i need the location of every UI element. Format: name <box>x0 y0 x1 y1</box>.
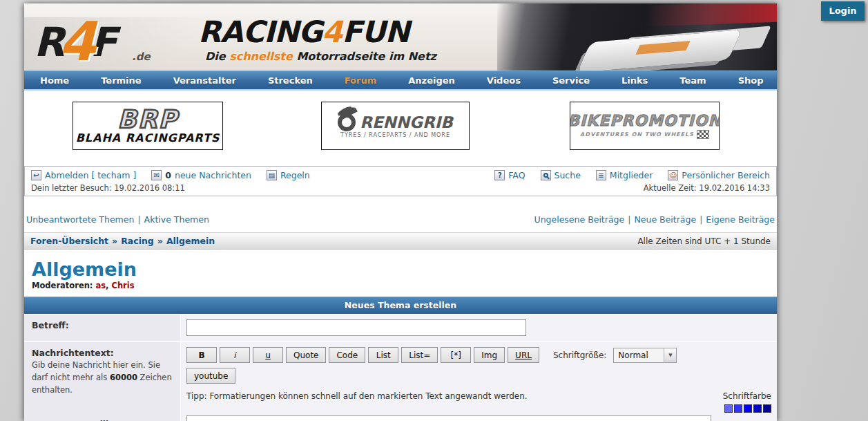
own-posts-link[interactable]: Eigene Beiträge <box>706 214 775 225</box>
chevron-down-icon: ▼ <box>664 348 676 362</box>
header-banner: R4F .de RACING4FUN Die schnellste Motorr… <box>24 3 777 71</box>
subject-input[interactable] <box>186 319 526 336</box>
unread-posts-link[interactable]: Ungelesene Beiträge <box>534 214 624 225</box>
bold-button[interactable]: B <box>186 347 217 363</box>
moderator-link-chris[interactable]: Chris <box>111 281 134 290</box>
nav-item-termine[interactable]: Termine <box>85 71 157 90</box>
moderator-link-as[interactable]: as <box>95 281 106 290</box>
nav-item-shop[interactable]: Shop <box>722 71 777 90</box>
logo-domain: .de <box>132 50 151 63</box>
subject-label-cell: Betreff: <box>24 315 181 341</box>
fontsize-select[interactable]: Normal ▼ <box>613 348 677 363</box>
nav-item-forum[interactable]: Forum <box>329 71 393 90</box>
quote-button[interactable]: Quote <box>286 347 326 363</box>
subject-label: Betreff: <box>32 320 69 330</box>
nav-item-anzeigen[interactable]: Anzeigen <box>392 71 471 90</box>
rules-link[interactable]: ▤ Regeln <box>267 170 310 180</box>
messages-link[interactable]: ✉ 0 neue Nachrichten <box>151 170 251 180</box>
list-button[interactable]: List <box>368 347 398 363</box>
user-bar: ↩ Abmelden [ techam ] ✉ 0 neue Nachricht… <box>24 166 777 196</box>
banner-photo-decoration <box>497 3 777 71</box>
quick-links-right: Ungelesene Beiträge|Neue Beiträge|Eigene… <box>534 214 775 225</box>
ordered-list-button[interactable]: List= <box>401 347 438 363</box>
checkered-flag-icon <box>697 130 709 139</box>
sponsor-banner-brp[interactable]: BRP BLAHA RACINGPARTS <box>73 102 223 150</box>
site-title: RACING4FUN <box>198 15 409 49</box>
timezone-text: Alle Zeiten sind UTC + 1 Stunde <box>637 236 771 246</box>
message-textarea[interactable] <box>186 415 711 421</box>
logout-link[interactable]: ↩ Abmelden [ techam ] <box>31 170 136 180</box>
nav-item-home[interactable]: Home <box>24 71 85 90</box>
messages-count: 0 <box>165 170 171 180</box>
moderators-line: Moderatoren: as, Chris <box>32 281 769 290</box>
underline-button[interactable]: u <box>253 347 283 363</box>
color-swatch[interactable] <box>753 404 762 413</box>
logo-letter-4: 4 <box>59 10 94 71</box>
new-topic-panel-title: Neues Thema erstellen <box>24 297 777 314</box>
sponsor-row: BRP BLAHA RACINGPARTS RENNGRIB TYRES / R… <box>24 91 777 162</box>
color-palette <box>723 404 771 413</box>
search-icon <box>541 170 551 180</box>
message-label: Nachrichtentext: <box>32 348 173 358</box>
tip-row: Tipp: Formatierungen können schnell auf … <box>186 391 771 413</box>
nav-item-strecken[interactable]: Strecken <box>252 71 329 90</box>
color-swatch[interactable] <box>724 404 733 413</box>
list-item-button[interactable]: [*] <box>441 347 471 363</box>
subject-input-cell <box>181 315 777 341</box>
unanswered-topics-link[interactable]: Unbeantwortete Themen <box>26 214 134 225</box>
quick-links-left: Unbeantwortete Themen|Aktive Themen <box>26 214 209 225</box>
sponsor-banner-renngrib[interactable]: RENNGRIB TYRES / RACEPARTS / AND MORE <box>321 102 470 150</box>
login-button[interactable]: Login <box>821 1 865 21</box>
breadcrumb: Foren-Übersicht»Racing»Allgemein <box>30 236 215 246</box>
breadcrumb-bar: Foren-Übersicht»Racing»Allgemein Alle Ze… <box>24 232 777 250</box>
color-swatch[interactable] <box>744 404 752 413</box>
separator: | <box>628 214 630 225</box>
color-swatch[interactable] <box>763 404 771 413</box>
messages-icon: ✉ <box>151 170 162 180</box>
current-time-text: Aktuelle Zeit: 19.02.2016 14:33 <box>644 183 770 193</box>
breadcrumb-separator: » <box>157 236 163 246</box>
nav-item-veranstalter[interactable]: Veranstalter <box>157 71 252 90</box>
nav-item-service[interactable]: Service <box>537 71 606 90</box>
url-button[interactable]: URL <box>508 347 539 363</box>
img-button[interactable]: Img <box>474 347 505 363</box>
message-hint: Gib deine Nachricht hier ein. Sie darf n… <box>32 359 173 396</box>
bbcode-toolbar: B i u Quote Code List List= [*] Img URL … <box>186 347 771 363</box>
renngrib-logo-text: RENNGRIB <box>360 115 453 130</box>
logout-icon: ↩ <box>31 170 41 180</box>
fontsize-label: Schriftgröße: <box>553 350 606 360</box>
color-swatch[interactable] <box>734 404 742 413</box>
winged-tire-icon <box>338 113 356 131</box>
breadcrumb-separator: » <box>112 236 117 246</box>
members-link[interactable]: ≡ Mitglieder <box>596 170 653 180</box>
new-posts-link[interactable]: Neue Beiträge <box>634 214 696 225</box>
italic-button[interactable]: i <box>220 347 250 363</box>
fontcolor-section: Schriftfarbe <box>723 391 771 413</box>
personal-area-link[interactable]: ☺ Persönlicher Bereich <box>668 170 770 180</box>
message-label-cell: Nachrichtentext: Gib deine Nachricht hie… <box>24 342 181 421</box>
separator: | <box>700 214 702 225</box>
nav-item-videos[interactable]: Videos <box>471 71 537 90</box>
search-link[interactable]: Suche <box>541 170 581 180</box>
posting-form: Betreff: Nachrichtentext: Gib deine Nach… <box>24 314 777 421</box>
breadcrumb-forum-index[interactable]: Foren-Übersicht <box>30 236 108 246</box>
message-row: Nachrichtentext: Gib deine Nachricht hie… <box>24 342 777 421</box>
formatting-tip: Tipp: Formatierungen können schnell auf … <box>186 391 528 401</box>
brp-subtitle: BLAHA RACINGPARTS <box>76 131 220 144</box>
banner-photo-red-patch <box>646 3 777 26</box>
faq-icon: ? <box>494 170 505 180</box>
code-button[interactable]: Code <box>329 347 365 363</box>
breadcrumb-allgemein[interactable]: Allgemein <box>166 236 215 246</box>
bikepromotion-subtitle: ADVENTURES ON TWO WHEELS <box>580 131 694 138</box>
brp-logo-text: BRP <box>117 108 178 131</box>
breadcrumb-racing[interactable]: Racing <box>121 236 154 246</box>
personal-area-icon: ☺ <box>668 170 678 180</box>
nav-item-team[interactable]: Team <box>664 71 722 90</box>
r4f-logo[interactable]: R4F .de <box>34 6 115 68</box>
active-topics-link[interactable]: Aktive Themen <box>144 214 209 225</box>
faq-link[interactable]: ? FAQ <box>494 170 525 180</box>
forum-header: Allgemein Moderatoren: as, Chris <box>24 250 777 297</box>
nav-item-links[interactable]: Links <box>606 71 664 90</box>
sponsor-banner-bikepromotion[interactable]: BIKEPROMOTION ADVENTURES ON TWO WHEELS <box>570 102 720 150</box>
youtube-button[interactable]: youtube <box>186 368 235 384</box>
